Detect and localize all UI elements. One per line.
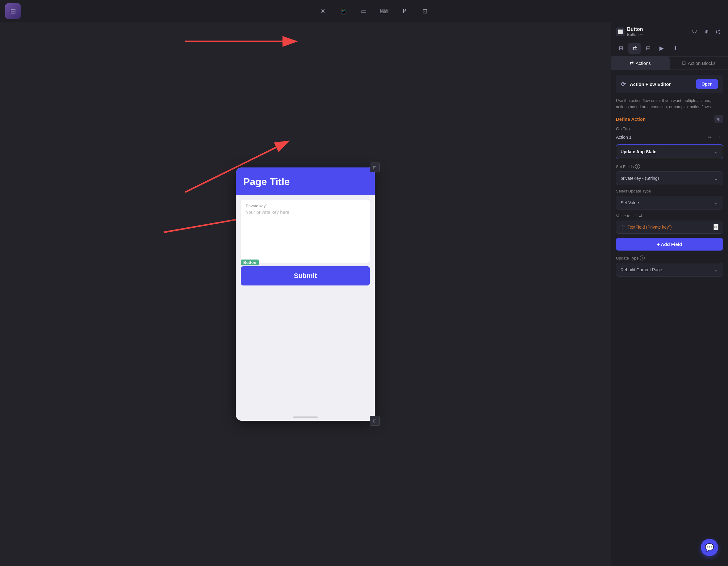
right-panel: ⬜ Button Button ✏ 🛡 ⊕ ⟨/⟩ ⊞ ⇄ ⊟ ▶: [611, 22, 728, 566]
add-field-button[interactable]: + Add Field: [616, 238, 723, 250]
rebuild-current-page-label: Rebuild Current Page: [621, 267, 662, 272]
private-key-content: Your private key here: [246, 209, 365, 259]
phone-header: Page Title: [236, 167, 375, 195]
actions-tab-label: Actions: [636, 61, 651, 66]
open-action-flow-button[interactable]: Open: [696, 79, 718, 89]
phone-container: Page Title Private key` Your private key…: [236, 167, 375, 421]
private-key-chevron: ⌄: [714, 175, 718, 182]
text-size-icon[interactable]: Ᵽ: [397, 4, 412, 18]
keyboard-icon[interactable]: ⌨: [377, 4, 391, 18]
component-name-group: ⬜ Button Button ✏: [616, 27, 643, 37]
textfield-value-inner: Tr TextField (Private key`): [621, 224, 672, 230]
action-1-row: Action 1 ✏ ⋮: [616, 133, 723, 141]
phone-home-indicator: [236, 413, 375, 421]
submit-button[interactable]: Submit: [241, 266, 370, 286]
update-type-label-row: Update Type i: [616, 255, 723, 260]
value-to-set-label-row: Value to set ⇄: [616, 213, 723, 218]
sun-icon[interactable]: ☀: [316, 4, 330, 18]
component-name-text: Button: [627, 32, 639, 37]
set-value-dropdown[interactable]: Set Value ⌄: [616, 196, 723, 209]
rebuild-current-page-dropdown[interactable]: Rebuild Current Page ⌄: [616, 263, 723, 276]
resize-handle-bottom-right[interactable]: ⊡: [370, 416, 380, 426]
phone-button-row: Button Submit: [241, 266, 370, 286]
action-flow-editor-card: ⟳ Action Flow Editor Open: [616, 75, 723, 93]
action-1-icons: ✏ ⋮: [706, 133, 723, 141]
component-edit-icon[interactable]: ✏: [640, 32, 643, 37]
chat-bubble[interactable]: 💬: [701, 539, 718, 556]
action-1-name: Action 1: [616, 135, 632, 140]
panel-nav-export[interactable]: ⬆: [669, 43, 681, 54]
define-action-title: Define Action: [616, 116, 646, 122]
on-tap-label: On Tap: [616, 126, 723, 131]
frame-icon[interactable]: ⊡: [418, 4, 432, 18]
textfield-value-row: Tr TextField (Private key`) ✏: [616, 220, 723, 233]
panel-nav-play[interactable]: ▶: [655, 43, 668, 54]
panel-shield-icon[interactable]: 🛡: [690, 27, 700, 37]
action-blocks-icon: ⊟: [682, 60, 686, 66]
set-fields-text: Set Fields: [616, 164, 634, 169]
private-key-dropdown-label: privateKey - (String): [621, 176, 659, 181]
button-badge: Button: [241, 259, 259, 265]
tab-action-blocks[interactable]: ⊟ Action Blocks: [670, 57, 728, 69]
action-flow-description: Use the action flow editor if you want m…: [616, 98, 723, 110]
action-flow-label: Action Flow Editor: [630, 82, 692, 87]
rebuild-current-page-chevron: ⌄: [714, 266, 718, 273]
update-type-info-icon: i: [640, 255, 645, 260]
update-type-text: Update Type: [616, 256, 638, 260]
panel-add-icon[interactable]: ⊕: [701, 27, 711, 37]
tab-actions[interactable]: ⇄ Actions: [611, 57, 670, 69]
top-toolbar: ⊞ ☀ 📱 ▭ ⌨ Ᵽ ⊡: [0, 0, 728, 22]
panel-nav-properties[interactable]: ⊞: [615, 43, 627, 54]
panel-tabs: ⇄ Actions ⊟ Action Blocks: [611, 57, 728, 70]
component-name-subtitle: Button ✏: [627, 32, 643, 37]
private-key-dropdown[interactable]: privateKey - (String) ⌄: [616, 171, 723, 185]
private-key-placeholder: Your private key here: [246, 209, 365, 215]
phone-mockup: Page Title Private key` Your private key…: [236, 167, 375, 421]
panel-nav-layout[interactable]: ⊟: [642, 43, 654, 54]
panel-component-header: ⬜ Button Button ✏ 🛡 ⊕ ⟨/⟩: [611, 22, 728, 40]
private-key-label: Private key`: [246, 203, 365, 208]
action-blocks-tab-label: Action Blocks: [688, 61, 716, 66]
home-bar: [293, 417, 318, 418]
phone-page-title: Page Title: [243, 176, 367, 187]
main-area: Page Title Private key` Your private key…: [0, 22, 728, 566]
value-to-set-text: Value to set: [616, 213, 637, 218]
tf-edit-button[interactable]: ✏: [713, 224, 718, 230]
value-to-set-icon: ⇄: [639, 213, 642, 218]
phone-icon[interactable]: 📱: [336, 4, 350, 18]
component-type-title: Button: [627, 27, 643, 32]
action-1-more-icon[interactable]: ⋮: [715, 133, 723, 141]
canvas-area: Page Title Private key` Your private key…: [0, 22, 611, 566]
action-flow-icon: ⟳: [621, 80, 626, 88]
panel-top-icons: 🛡 ⊕ ⟨/⟩: [690, 27, 723, 37]
action-1-edit-icon[interactable]: ✏: [706, 133, 714, 141]
panel-code-icon[interactable]: ⟨/⟩: [713, 27, 723, 37]
resize-handle-top-right[interactable]: ⊡: [370, 162, 380, 172]
panel-nav-actions[interactable]: ⇄: [628, 43, 641, 54]
component-info: Button Button ✏: [627, 27, 643, 37]
actions-icon: ⇄: [630, 60, 634, 66]
tablet-icon[interactable]: ▭: [357, 4, 371, 18]
component-type-icon: ⬜: [616, 27, 625, 36]
private-key-field: Private key` Your private key here: [241, 200, 370, 262]
set-fields-label-row: Set Fields i: [616, 164, 723, 169]
app-logo[interactable]: ⊞: [5, 3, 21, 19]
define-action-section: Define Action ⊕: [616, 115, 723, 123]
set-value-label: Set Value: [621, 200, 639, 205]
update-app-state-label: Update App State: [621, 149, 656, 154]
panel-content: ⟳ Action Flow Editor Open Use the action…: [611, 70, 728, 566]
define-action-add-btn[interactable]: ⊕: [714, 115, 723, 123]
tf-type-icon: Tr: [621, 224, 625, 230]
set-value-chevron: ⌄: [714, 199, 718, 206]
phone-body: Private key` Your private key here Butto…: [236, 195, 375, 413]
update-app-state-row[interactable]: Update App State ⌄: [616, 144, 723, 159]
set-fields-info-icon: i: [635, 164, 640, 169]
update-app-state-chevron: ⌄: [714, 148, 718, 155]
tf-label: TextField (Private key`): [628, 224, 672, 229]
select-update-type-label: Select Update Type: [616, 189, 723, 193]
panel-nav-row: ⊞ ⇄ ⊟ ▶ ⬆: [611, 40, 728, 57]
toolbar-center-icons: ☀ 📱 ▭ ⌨ Ᵽ ⊡: [316, 4, 432, 18]
